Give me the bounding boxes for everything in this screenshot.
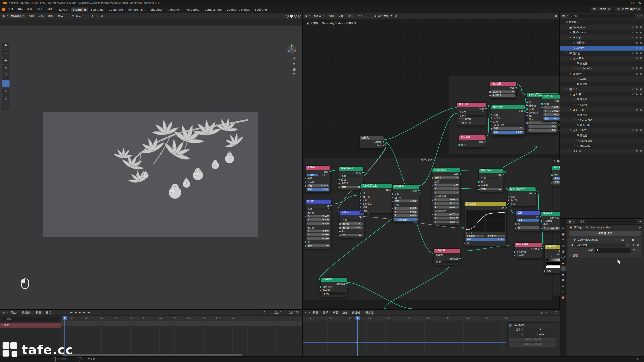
value-slider-z[interactable]: Z1.000 — [543, 113, 560, 116]
disable-render-icon[interactable]: ▣ — [640, 129, 642, 131]
value-slider-最小值[interactable]: 最小值0.380 — [341, 222, 363, 225]
node-变换几何-19[interactable]: 变换几何几何数据几何数据平移X0.07 m — [541, 212, 560, 231]
curve-toolbar[interactable]: ⊞✛⟲▾ — [466, 232, 505, 234]
enum-数量[interactable]: 数量▾ — [340, 175, 362, 177]
x-field[interactable]: 0.0000 — [466, 235, 484, 237]
outliner-item-label[interactable]: Collection — [573, 26, 585, 29]
node-删除几何体-21[interactable]: 删除几何体几何数据几何数据选中项 — [515, 243, 542, 258]
blender-menu-icon[interactable] — [2, 8, 6, 11]
attribute-toggle-icon[interactable]: ⊞ — [632, 249, 636, 252]
socket[interactable] — [392, 197, 393, 198]
hide-eye-icon[interactable]: ◉ — [636, 67, 638, 70]
node-设置曲线半径-16[interactable]: 设置曲线半径曲线曲线选中项半径 — [508, 187, 536, 206]
shading-solid-icon[interactable] — [290, 15, 293, 17]
socket[interactable] — [458, 144, 460, 146]
socket[interactable] — [526, 115, 528, 117]
node-缩放实例-12[interactable]: 缩放实例实例实例选中项缩放1.000中心X0.000Y0.000Z0.000局部… — [393, 185, 419, 222]
value-slider-系数[interactable]: 系数1.000 — [493, 131, 524, 134]
outliner-item-label[interactable]: 相机约束 — [576, 42, 586, 44]
end-frame-field[interactable]: 结束250 — [286, 311, 301, 315]
disclosure-icon[interactable]: ▸ — [569, 150, 572, 152]
tool-transform-button[interactable]: ⛶ — [2, 80, 9, 87]
node-端点选择-0[interactable]: 端点选择选区起点尺寸0末端尺寸1 — [490, 82, 516, 98]
socket[interactable] — [360, 193, 361, 194]
id-field-叶子[interactable]: ◉叶子 — [458, 114, 485, 117]
node-header[interactable]: 删除几何体 — [515, 243, 542, 247]
workspace-tab-modeling[interactable]: Modeling — [71, 7, 88, 13]
exclude-checkbox[interactable]: ✓ — [632, 42, 634, 44]
viewport-menu-3[interactable]: 物体 — [56, 14, 65, 18]
disclosure-icon[interactable]: ▸ — [569, 37, 572, 38]
value-slider-z[interactable]: Z0.000 — [394, 214, 418, 217]
tool-add-cube-button[interactable]: ⊞ — [2, 103, 9, 110]
socket[interactable] — [514, 251, 515, 253]
node-menu-2[interactable]: 添加 — [346, 14, 355, 18]
snap-dropdown-icon[interactable]: ▾ — [91, 15, 94, 17]
options-icon[interactable]: ≡ — [554, 15, 558, 17]
hide-eye-icon[interactable]: ◉ — [636, 36, 638, 39]
outliner-row-cube-002-9[interactable]: ▸▽Cube.002✓◉▣ — [560, 66, 644, 71]
node-menu-3[interactable]: 节点 — [356, 14, 365, 18]
timeline-ruler[interactable]: 20406080100120140160180200220240 — [61, 316, 303, 321]
node-header[interactable]: 旋转实例 — [491, 105, 525, 109]
node-随机值-9[interactable]: 随机值值矢量▾最小值X-0.190Y-0.300Z-0.290最大值X0.340… — [306, 199, 331, 248]
mode-selector[interactable]: 物体模式▾ — [9, 14, 26, 18]
filter-icon[interactable]: ▽ — [555, 311, 558, 314]
toggle-xray-icon[interactable]: ⊞ — [281, 15, 285, 17]
value-slider-z[interactable]: Z1.000 — [528, 129, 557, 132]
color-ramp-bar[interactable] — [546, 259, 560, 261]
disclosure-icon[interactable]: ▸ — [573, 83, 576, 85]
disclosure-icon[interactable]: ▾ — [565, 52, 569, 54]
value-slider-数量[interactable]: 数量15 — [480, 188, 502, 190]
socket[interactable] — [491, 114, 492, 115]
socket[interactable] — [432, 199, 433, 201]
outliner-row-叶珠-002-24[interactable]: ▸∿叶珠.002 — [560, 143, 644, 148]
hide-eye-icon[interactable]: ◉ — [636, 57, 638, 59]
socket[interactable] — [541, 107, 543, 108]
outliner-item-label[interactable]: 葫芦卷 — [573, 52, 580, 55]
viewlayer-selector[interactable]: ▥ViewLayer✕ — [615, 7, 642, 12]
socket[interactable] — [508, 199, 509, 201]
enum-浮点[interactable]: 浮点▾ — [341, 219, 363, 221]
node-header[interactable]: 集合信息 — [457, 103, 486, 107]
minimize-button[interactable]: ─ — [624, 2, 626, 4]
workspace-tab-scripting[interactable]: Scripting — [252, 7, 269, 13]
hide-eye-icon[interactable]: ◉ — [636, 73, 638, 75]
socket[interactable] — [392, 201, 393, 202]
hide-eye-icon[interactable]: ◉ — [636, 150, 638, 152]
socket[interactable] — [339, 231, 341, 232]
node-随机值-10[interactable]: 随机值值浮点▾最小值0.380最大值0.520ID种子-10 — [340, 211, 364, 238]
socket[interactable] — [338, 179, 340, 180]
socket[interactable] — [432, 177, 433, 179]
socket[interactable] — [320, 290, 321, 291]
value-slider-x[interactable]: X-0.05 m — [434, 198, 459, 201]
outliner-row-叶子-002-21[interactable]: ▾▲叶子.002✓◉▣ — [560, 128, 644, 133]
tree-type-selector[interactable]: 修改器▾ — [311, 14, 326, 18]
socket[interactable] — [478, 185, 480, 186]
socket[interactable] — [305, 182, 306, 183]
outliner-item-label[interactable]: Cube.002 — [580, 67, 592, 70]
exclude-checkbox[interactable]: ✓ — [632, 36, 634, 39]
value-slider-x[interactable]: X-0.190 — [307, 215, 330, 217]
disclosure-icon[interactable]: ▸ — [573, 78, 576, 80]
node-tree-selector[interactable]: ◆ 葫芦生成 ⛨ 🗋 ✕ — [568, 243, 642, 248]
outliner-row-light-3[interactable]: ▸✳Light✓◉▣ — [560, 35, 644, 40]
hide-eye-icon[interactable]: ◉ — [636, 42, 638, 44]
play-button[interactable]: ▶ — [79, 311, 81, 314]
scene-selector[interactable]: ▤Scene✕ — [590, 7, 612, 12]
summary-channel-row[interactable]: ▾汇总 — [0, 323, 61, 327]
socket[interactable] — [464, 243, 465, 244]
outliner-item-label[interactable]: 修改器 — [580, 98, 587, 101]
disable-render-icon[interactable]: ▣ — [640, 150, 642, 152]
socket[interactable] — [544, 270, 545, 272]
outliner-filter-icon[interactable]: ▽ — [637, 15, 640, 17]
outliner-row-修改器-22[interactable]: ▸⚙修改器 — [560, 133, 644, 138]
outliner-search-input[interactable]: ⌕搜索 — [569, 14, 635, 18]
checkbox-重置子级[interactable]: 重置子级 — [457, 121, 486, 125]
timeline-h-scrollbar[interactable] — [62, 354, 242, 356]
enum-原始的[interactable]: 原始的▾ — [435, 253, 459, 256]
socket[interactable] — [526, 102, 528, 103]
outliner-row-camera-2[interactable]: ▸▣Camera✓◉▣ — [560, 30, 644, 35]
outliner-item-label[interactable]: Plane — [580, 103, 587, 106]
exclude-checkbox[interactable]: ✓ — [632, 150, 634, 152]
